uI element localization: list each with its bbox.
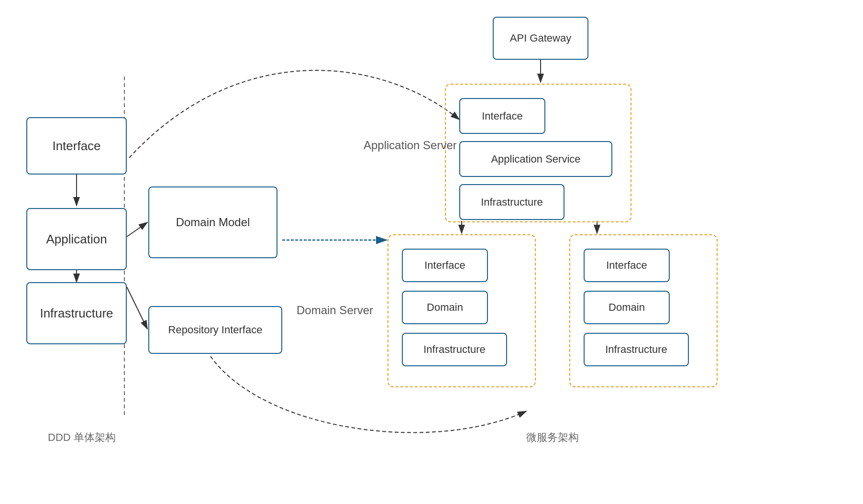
repository-interface-label: Repository Interface bbox=[168, 324, 263, 336]
ds2-interface-box: Interface bbox=[584, 249, 670, 282]
microservice-caption: 微服务架构 bbox=[526, 430, 579, 445]
left-interface-box: Interface bbox=[26, 117, 127, 175]
left-application-box: Application bbox=[26, 208, 127, 270]
ddd-monolith-caption: DDD 单体架构 bbox=[48, 430, 116, 445]
domain-model-box: Domain Model bbox=[148, 186, 277, 258]
app-service-label: Application Service bbox=[491, 153, 580, 165]
app-interface-box: Interface bbox=[459, 98, 545, 134]
app-interface-label: Interface bbox=[482, 110, 523, 122]
svg-line-7 bbox=[127, 287, 147, 329]
ds2-infrastructure-label: Infrastructure bbox=[605, 343, 667, 356]
diagram-container: Interface Application Infrastructure Dom… bbox=[0, 0, 863, 504]
ds2-domain-label: Domain bbox=[609, 301, 645, 314]
ds1-infrastructure-box: Infrastructure bbox=[402, 333, 507, 366]
app-service-box: Application Service bbox=[459, 141, 612, 177]
left-infrastructure-label: Infrastructure bbox=[40, 306, 113, 321]
ds1-interface-box: Interface bbox=[402, 249, 488, 282]
ds1-interface-label: Interface bbox=[424, 259, 465, 272]
left-application-label: Application bbox=[46, 232, 107, 247]
repository-interface-box: Repository Interface bbox=[148, 306, 282, 354]
left-infrastructure-box: Infrastructure bbox=[26, 282, 127, 344]
domain-model-label: Domain Model bbox=[176, 216, 250, 229]
api-gateway-label: API Gateway bbox=[510, 32, 571, 44]
api-gateway-box: API Gateway bbox=[493, 17, 588, 60]
ds1-infrastructure-label: Infrastructure bbox=[423, 343, 486, 356]
application-server-label: Application Server bbox=[364, 139, 457, 152]
app-infrastructure-label: Infrastructure bbox=[481, 196, 543, 208]
app-infrastructure-box: Infrastructure bbox=[459, 184, 564, 220]
ds1-domain-label: Domain bbox=[427, 301, 463, 314]
left-interface-label: Interface bbox=[52, 139, 100, 153]
ds2-infrastructure-box: Infrastructure bbox=[584, 333, 689, 366]
ds2-interface-label: Interface bbox=[606, 259, 647, 272]
ds2-domain-box: Domain bbox=[584, 291, 670, 324]
svg-line-6 bbox=[127, 222, 147, 237]
ds1-domain-box: Domain bbox=[402, 291, 488, 324]
domain-server-label: Domain Server bbox=[297, 304, 373, 317]
